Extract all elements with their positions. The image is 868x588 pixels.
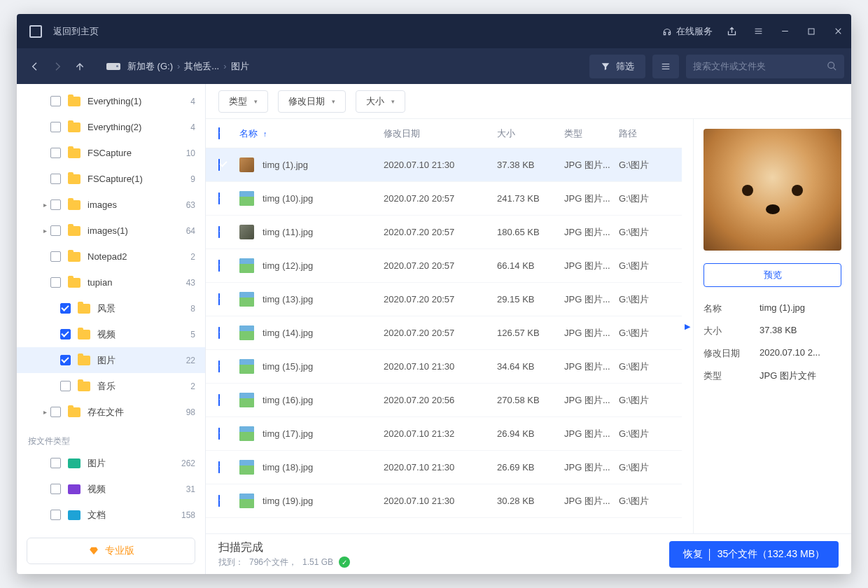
tree-item[interactable]: 视频5 xyxy=(17,321,205,347)
expand-icon[interactable]: ▸ xyxy=(43,201,50,209)
category-checkbox[interactable] xyxy=(50,458,61,468)
table-row[interactable]: timg (13).jpg2020.07.20 20:5729.15 KBJPG… xyxy=(206,283,682,316)
category-item[interactable]: 文档158 xyxy=(17,502,205,528)
table-row[interactable]: timg (17).jpg2020.07.10 21:3226.94 KBJPG… xyxy=(206,417,682,451)
crumb-drive[interactable]: 新加卷 (G:) xyxy=(127,60,173,73)
tree-count: 5 xyxy=(190,330,195,340)
file-type-list: 图片262视频31文档158 xyxy=(17,450,205,528)
row-checkbox[interactable] xyxy=(218,226,220,238)
column-date[interactable]: 修改日期 xyxy=(384,127,497,140)
table-row[interactable]: timg (16).jpg2020.07.20 20:56270.58 KBJP… xyxy=(206,384,682,417)
tree-item[interactable]: Notepad22 xyxy=(17,244,205,270)
tree-item[interactable]: 风景8 xyxy=(17,295,205,321)
tree-item[interactable]: Everything(2)4 xyxy=(17,114,205,140)
table-row[interactable]: timg (10).jpg2020.07.20 20:57241.73 KBJP… xyxy=(206,182,682,216)
tree-checkbox[interactable] xyxy=(50,225,61,236)
crumb-folder[interactable]: 其他丢... xyxy=(184,60,219,73)
search-icon xyxy=(827,61,837,71)
tree-item[interactable]: FSCapture10 xyxy=(17,140,205,166)
row-checkbox[interactable] xyxy=(218,461,220,473)
file-thumbnail xyxy=(239,158,254,172)
diamond-icon xyxy=(88,546,99,556)
tree-item[interactable]: FSCapture(1)9 xyxy=(17,166,205,192)
tree-checkbox[interactable] xyxy=(50,200,61,210)
tree-item[interactable]: ▸存在文件98 xyxy=(17,399,205,425)
column-type[interactable]: 类型 xyxy=(564,127,619,140)
category-checkbox[interactable] xyxy=(50,510,61,520)
category-checkbox[interactable] xyxy=(50,484,61,494)
tree-checkbox[interactable] xyxy=(50,174,61,184)
filter-type[interactable]: 类型▾ xyxy=(218,90,268,113)
tree-checkbox[interactable] xyxy=(60,329,71,340)
minimize-button[interactable] xyxy=(771,14,798,48)
table-row[interactable]: timg (1).jpg2020.07.10 21:3037.38 KBJPG … xyxy=(206,148,682,182)
tree-checkbox[interactable] xyxy=(50,122,61,132)
column-size[interactable]: 大小 xyxy=(497,127,564,140)
select-all-checkbox[interactable] xyxy=(218,127,220,139)
tree-item[interactable]: tupian43 xyxy=(17,270,205,295)
online-service-link[interactable]: 在线服务 xyxy=(662,25,713,38)
expand-icon[interactable]: ▸ xyxy=(43,227,50,234)
table-row[interactable]: timg (18).jpg2020.07.10 21:3026.69 KBJPG… xyxy=(206,451,682,484)
tree-checkbox[interactable] xyxy=(50,148,61,158)
category-item[interactable]: 视频31 xyxy=(17,476,205,502)
table-row[interactable]: timg (11).jpg2020.07.20 20:57180.65 KBJP… xyxy=(206,216,682,249)
tree-item[interactable]: 音乐2 xyxy=(17,373,205,399)
back-to-home-link[interactable]: 返回到主页 xyxy=(53,25,99,38)
filter-date[interactable]: 修改日期▾ xyxy=(278,90,346,113)
view-mode-button[interactable] xyxy=(652,55,679,78)
table-row[interactable]: timg (14).jpg2020.07.20 20:57126.57 KBJP… xyxy=(206,316,682,350)
tree-item[interactable]: 图片22 xyxy=(17,347,205,373)
file-path: G:\图片 xyxy=(619,394,669,407)
file-name: timg (19).jpg xyxy=(262,496,313,506)
tree-item[interactable]: ▸images63 xyxy=(17,192,205,218)
row-checkbox[interactable] xyxy=(218,495,220,507)
file-path: G:\图片 xyxy=(619,495,669,507)
tree-checkbox[interactable] xyxy=(50,277,61,288)
tree-checkbox[interactable] xyxy=(60,355,71,365)
category-item[interactable]: 图片262 xyxy=(17,450,205,476)
filter-size[interactable]: 大小▾ xyxy=(356,90,405,113)
tree-checkbox[interactable] xyxy=(50,96,61,106)
tree-label: 图片 xyxy=(97,354,115,367)
search-box[interactable] xyxy=(686,55,844,78)
nav-back-button[interactable] xyxy=(24,55,46,78)
tree-checkbox[interactable] xyxy=(60,381,71,391)
close-button[interactable] xyxy=(825,14,851,48)
folder-icon xyxy=(68,407,80,417)
preview-button[interactable]: 预览 xyxy=(704,263,841,287)
preview-toggle[interactable]: ▶ xyxy=(682,119,693,533)
tree-checkbox[interactable] xyxy=(50,407,61,417)
menu-icon[interactable] xyxy=(745,14,771,48)
search-input[interactable] xyxy=(693,61,827,71)
expand-icon[interactable]: ▸ xyxy=(43,408,50,416)
row-checkbox[interactable] xyxy=(218,159,220,171)
row-checkbox[interactable] xyxy=(218,293,220,305)
table-row[interactable]: timg (19).jpg2020.07.10 21:3030.28 KBJPG… xyxy=(206,484,682,518)
nav-up-button[interactable] xyxy=(69,55,91,78)
tree-item[interactable]: ▸images(1)64 xyxy=(17,218,205,244)
nav-forward-button[interactable] xyxy=(46,55,69,78)
row-checkbox[interactable] xyxy=(218,428,220,440)
tree-checkbox[interactable] xyxy=(50,251,61,262)
row-checkbox[interactable] xyxy=(218,260,220,272)
row-checkbox[interactable] xyxy=(218,360,220,372)
column-name[interactable]: 名称↑ xyxy=(239,127,384,140)
row-checkbox[interactable] xyxy=(218,327,220,339)
maximize-button[interactable] xyxy=(798,14,825,48)
crumb-current[interactable]: 图片 xyxy=(231,60,249,73)
pro-version-button[interactable]: 专业版 xyxy=(27,538,195,564)
row-checkbox[interactable] xyxy=(218,192,220,204)
table-row[interactable]: timg (12).jpg2020.07.20 20:5766.14 KBJPG… xyxy=(206,249,682,283)
column-path[interactable]: 路径 xyxy=(619,127,669,140)
filter-button[interactable]: 筛选 xyxy=(589,55,645,78)
share-icon[interactable] xyxy=(718,14,745,48)
home-icon[interactable] xyxy=(29,25,42,38)
chevron-down-icon: ▾ xyxy=(254,98,258,105)
folder-icon xyxy=(78,304,90,314)
row-checkbox[interactable] xyxy=(218,394,220,406)
table-row[interactable]: timg (15).jpg2020.07.10 21:3034.64 KBJPG… xyxy=(206,350,682,384)
tree-checkbox[interactable] xyxy=(60,303,71,314)
recover-button[interactable]: 恢复 │ 35个文件（132.43 MB） xyxy=(669,541,839,568)
tree-item[interactable]: Everything(1)4 xyxy=(17,88,205,114)
